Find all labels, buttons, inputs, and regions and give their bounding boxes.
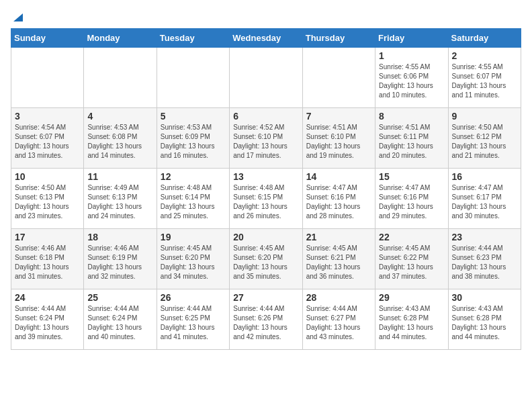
svg-marker-0 [13,13,23,21]
calendar-header-row: SundayMondayTuesdayWednesdayThursdayFrid… [11,29,521,48]
day-number: 24 [15,292,80,303]
day-number: 16 [452,171,517,182]
day-number: 15 [379,171,444,182]
calendar-cell: 4Sunrise: 4:53 AM Sunset: 6:08 PM Daylig… [84,108,157,169]
day-header-wednesday: Wednesday [230,29,302,48]
day-info: Sunrise: 4:54 AM Sunset: 6:07 PM Dayligh… [15,123,80,161]
day-info: Sunrise: 4:45 AM Sunset: 6:22 PM Dayligh… [379,244,444,281]
calendar-cell: 21Sunrise: 4:45 AM Sunset: 6:21 PM Dayli… [302,229,375,289]
day-number: 13 [233,171,298,182]
day-number: 21 [306,232,371,242]
calendar-cell [84,48,157,108]
day-number: 2 [452,50,517,61]
day-header-sunday: Sunday [11,29,84,48]
calendar-cell: 29Sunrise: 4:43 AM Sunset: 6:28 PM Dayli… [375,289,448,350]
calendar-cell: 24Sunrise: 4:44 AM Sunset: 6:24 PM Dayli… [11,289,84,350]
day-info: Sunrise: 4:45 AM Sunset: 6:21 PM Dayligh… [306,244,371,281]
day-number: 10 [15,171,80,182]
day-info: Sunrise: 4:55 AM Sunset: 6:07 PM Dayligh… [452,62,517,100]
calendar-cell: 28Sunrise: 4:44 AM Sunset: 6:27 PM Dayli… [302,289,375,350]
calendar-cell [230,48,302,108]
day-number: 28 [306,292,371,303]
calendar-cell: 9Sunrise: 4:50 AM Sunset: 6:12 PM Daylig… [448,108,521,169]
calendar-cell: 19Sunrise: 4:45 AM Sunset: 6:20 PM Dayli… [157,229,229,289]
week-row-4: 17Sunrise: 4:46 AM Sunset: 6:18 PM Dayli… [11,229,521,289]
day-number: 5 [161,111,226,122]
calendar-cell: 15Sunrise: 4:47 AM Sunset: 6:16 PM Dayli… [375,169,448,229]
calendar-cell [157,48,229,108]
calendar-cell: 6Sunrise: 4:52 AM Sunset: 6:10 PM Daylig… [230,108,302,169]
day-info: Sunrise: 4:44 AM Sunset: 6:24 PM Dayligh… [15,304,80,342]
day-number: 6 [233,111,298,122]
day-info: Sunrise: 4:52 AM Sunset: 6:10 PM Dayligh… [233,123,298,161]
calendar-cell: 8Sunrise: 4:51 AM Sunset: 6:11 PM Daylig… [375,108,448,169]
calendar-cell: 7Sunrise: 4:51 AM Sunset: 6:10 PM Daylig… [302,108,375,169]
calendar-cell: 13Sunrise: 4:48 AM Sunset: 6:15 PM Dayli… [230,169,302,229]
calendar-cell: 12Sunrise: 4:48 AM Sunset: 6:14 PM Dayli… [157,169,229,229]
day-number: 22 [379,232,444,242]
day-number: 23 [452,232,517,242]
calendar-cell: 30Sunrise: 4:43 AM Sunset: 6:28 PM Dayli… [448,289,521,350]
calendar-cell [11,48,84,108]
calendar-cell: 27Sunrise: 4:44 AM Sunset: 6:26 PM Dayli… [230,289,302,350]
calendar-cell: 25Sunrise: 4:44 AM Sunset: 6:24 PM Dayli… [84,289,157,350]
day-info: Sunrise: 4:50 AM Sunset: 6:12 PM Dayligh… [452,123,517,161]
week-row-5: 24Sunrise: 4:44 AM Sunset: 6:24 PM Dayli… [11,289,521,350]
calendar-cell: 11Sunrise: 4:49 AM Sunset: 6:13 PM Dayli… [84,169,157,229]
day-number: 29 [379,292,444,303]
day-info: Sunrise: 4:46 AM Sunset: 6:19 PM Dayligh… [87,244,152,281]
day-number: 11 [87,171,152,182]
calendar-cell: 5Sunrise: 4:53 AM Sunset: 6:09 PM Daylig… [157,108,229,169]
day-info: Sunrise: 4:47 AM Sunset: 6:17 PM Dayligh… [452,183,517,221]
calendar-cell: 16Sunrise: 4:47 AM Sunset: 6:17 PM Dayli… [448,169,521,229]
calendar-cell: 3Sunrise: 4:54 AM Sunset: 6:07 PM Daylig… [11,108,84,169]
day-info: Sunrise: 4:51 AM Sunset: 6:10 PM Dayligh… [306,123,371,161]
day-number: 7 [306,111,371,122]
day-number: 1 [379,50,444,61]
calendar-cell: 18Sunrise: 4:46 AM Sunset: 6:19 PM Dayli… [84,229,157,289]
day-info: Sunrise: 4:51 AM Sunset: 6:11 PM Dayligh… [379,123,444,161]
calendar-cell: 20Sunrise: 4:45 AM Sunset: 6:20 PM Dayli… [230,229,302,289]
header [11,11,521,23]
week-row-1: 1Sunrise: 4:55 AM Sunset: 6:06 PM Daylig… [11,48,521,108]
calendar-cell: 1Sunrise: 4:55 AM Sunset: 6:06 PM Daylig… [375,48,448,108]
day-number: 26 [161,292,226,303]
day-number: 19 [161,232,226,242]
day-number: 18 [87,232,152,242]
calendar-body: 1Sunrise: 4:55 AM Sunset: 6:06 PM Daylig… [11,48,521,350]
calendar-table: SundayMondayTuesdayWednesdayThursdayFrid… [11,28,521,350]
day-info: Sunrise: 4:44 AM Sunset: 6:25 PM Dayligh… [161,304,226,342]
day-header-thursday: Thursday [302,29,375,48]
day-info: Sunrise: 4:43 AM Sunset: 6:28 PM Dayligh… [452,304,517,342]
calendar-cell: 10Sunrise: 4:50 AM Sunset: 6:13 PM Dayli… [11,169,84,229]
day-info: Sunrise: 4:55 AM Sunset: 6:06 PM Dayligh… [379,62,444,100]
calendar-cell: 17Sunrise: 4:46 AM Sunset: 6:18 PM Dayli… [11,229,84,289]
day-info: Sunrise: 4:44 AM Sunset: 6:26 PM Dayligh… [233,304,298,342]
day-info: Sunrise: 4:48 AM Sunset: 6:15 PM Dayligh… [233,183,298,221]
calendar-cell: 23Sunrise: 4:44 AM Sunset: 6:23 PM Dayli… [448,229,521,289]
day-info: Sunrise: 4:43 AM Sunset: 6:28 PM Dayligh… [379,304,444,342]
day-number: 9 [452,111,517,122]
day-info: Sunrise: 4:47 AM Sunset: 6:16 PM Dayligh… [379,183,444,221]
day-number: 4 [87,111,152,122]
day-info: Sunrise: 4:45 AM Sunset: 6:20 PM Dayligh… [161,244,226,281]
day-info: Sunrise: 4:45 AM Sunset: 6:20 PM Dayligh… [233,244,298,281]
day-info: Sunrise: 4:44 AM Sunset: 6:23 PM Dayligh… [452,244,517,281]
day-header-saturday: Saturday [448,29,521,48]
week-row-2: 3Sunrise: 4:54 AM Sunset: 6:07 PM Daylig… [11,108,521,169]
day-header-friday: Friday [375,29,448,48]
logo-arrow-icon [12,11,24,23]
day-number: 17 [15,232,80,242]
calendar-cell: 2Sunrise: 4:55 AM Sunset: 6:07 PM Daylig… [448,48,521,108]
day-info: Sunrise: 4:44 AM Sunset: 6:27 PM Dayligh… [306,304,371,342]
calendar-cell: 14Sunrise: 4:47 AM Sunset: 6:16 PM Dayli… [302,169,375,229]
day-number: 20 [233,232,298,242]
day-info: Sunrise: 4:49 AM Sunset: 6:13 PM Dayligh… [87,183,152,221]
day-number: 14 [306,171,371,182]
calendar-cell: 26Sunrise: 4:44 AM Sunset: 6:25 PM Dayli… [157,289,229,350]
logo [11,11,24,23]
day-info: Sunrise: 4:44 AM Sunset: 6:24 PM Dayligh… [87,304,152,342]
day-number: 25 [87,292,152,303]
day-header-tuesday: Tuesday [157,29,229,48]
calendar-cell: 22Sunrise: 4:45 AM Sunset: 6:22 PM Dayli… [375,229,448,289]
